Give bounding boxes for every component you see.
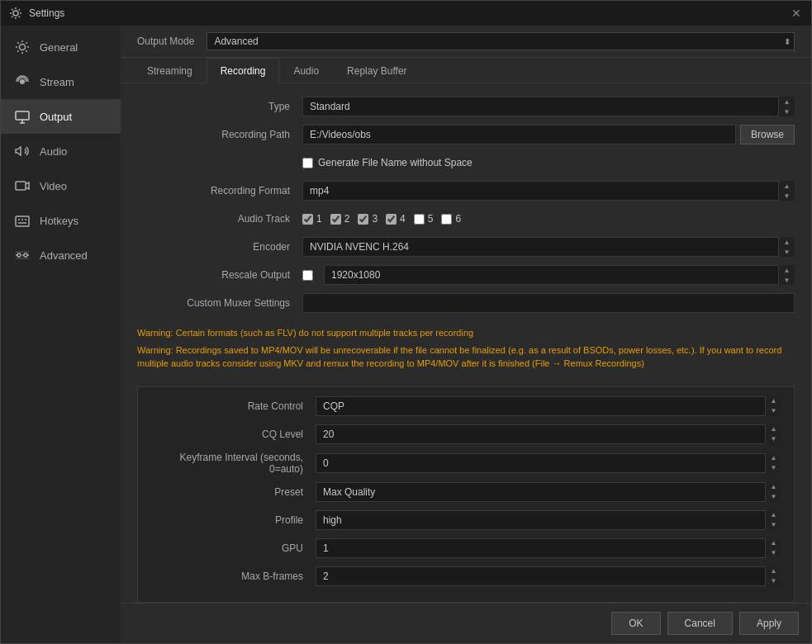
- rescale-label: Rescale Output: [137, 269, 302, 281]
- type-select[interactable]: Standard Custom Output (FFmpeg): [302, 97, 795, 116]
- bframes-input[interactable]: [316, 566, 781, 586]
- svg-rect-3: [16, 111, 29, 120]
- rescale-checkbox[interactable]: [302, 270, 313, 281]
- track-6-checkbox[interactable]: [441, 214, 452, 225]
- tab-audio[interactable]: Audio: [279, 58, 333, 83]
- gpu-row: GPU ▲ ▼: [150, 537, 781, 559]
- gpu-input[interactable]: [316, 538, 781, 558]
- sidebar-item-general[interactable]: General: [1, 30, 121, 64]
- warning-text-1: Warning: Certain formats (such as FLV) d…: [137, 326, 795, 340]
- track-4-checkbox[interactable]: [386, 214, 397, 225]
- encoder-spinner-down[interactable]: ▼: [779, 247, 795, 257]
- cq-level-up[interactable]: ▲: [766, 424, 781, 434]
- generate-filename-checkbox[interactable]: [302, 158, 313, 168]
- cq-level-input[interactable]: [316, 424, 781, 444]
- tab-streaming[interactable]: Streaming: [133, 58, 207, 83]
- encoder-select[interactable]: NVIDIA NVENC H.264 x264 NVIDIA NVENC HEV…: [302, 237, 795, 257]
- cq-level-spinner: ▲ ▼: [765, 424, 781, 444]
- svg-point-1: [20, 45, 26, 50]
- sidebar-label-output: Output: [40, 111, 72, 123]
- encoder-label: Encoder: [137, 241, 302, 253]
- sidebar-item-output[interactable]: Output: [1, 99, 121, 134]
- gpu-up[interactable]: ▲: [766, 538, 781, 548]
- track-1: 1: [302, 213, 322, 225]
- profile-select[interactable]: high main baseline auto: [316, 510, 781, 530]
- rescale-row: Rescale Output 1920x1080 1280x720 1920x1…: [137, 264, 795, 286]
- custom-muxer-label: Custom Muxer Settings: [137, 297, 302, 309]
- output-mode-select-wrapper: Advanced Simple ⬍: [207, 32, 795, 50]
- profile-up[interactable]: ▲: [766, 510, 781, 520]
- track-1-checkbox[interactable]: [302, 214, 313, 225]
- recording-path-label: Recording Path: [137, 129, 302, 140]
- track-6: 6: [441, 213, 461, 225]
- tab-replay-buffer[interactable]: Replay Buffer: [333, 58, 421, 83]
- output-mode-select[interactable]: Advanced Simple: [207, 32, 795, 50]
- settings-icon: [9, 7, 22, 20]
- rescale-select[interactable]: 1920x1080 1280x720 1920x1080: [324, 265, 795, 285]
- rescale-inner-row: 1920x1080 1280x720 1920x1080 ▲ ▼: [302, 265, 795, 285]
- tab-recording[interactable]: Recording: [207, 58, 280, 83]
- track-3-checkbox[interactable]: [358, 214, 368, 225]
- sidebar-item-audio[interactable]: Audio: [1, 134, 121, 168]
- browse-button[interactable]: Browse: [740, 125, 795, 144]
- apply-button[interactable]: Apply: [739, 612, 799, 635]
- gpu-spinner: ▲ ▼: [765, 538, 781, 558]
- profile-control: high main baseline auto ▲ ▼: [316, 510, 781, 530]
- settings-window: Settings ✕ General: [0, 0, 812, 644]
- cq-level-wrapper: ▲ ▼: [316, 424, 781, 444]
- generate-filename-checkbox-row: Generate File Name without Space: [302, 157, 795, 168]
- custom-muxer-row: Custom Muxer Settings: [137, 292, 795, 314]
- profile-down[interactable]: ▼: [766, 520, 781, 530]
- generate-filename-label: Generate File Name without Space: [318, 157, 472, 168]
- audio-icon: [13, 142, 31, 160]
- type-spinner-up[interactable]: ▲: [779, 97, 795, 107]
- footer: OK Cancel Apply: [121, 603, 811, 643]
- recording-path-input[interactable]: [302, 125, 736, 144]
- sidebar-item-stream[interactable]: Stream: [1, 64, 121, 99]
- keyframe-input[interactable]: [316, 453, 781, 473]
- type-spinner-down[interactable]: ▼: [779, 107, 795, 116]
- bframes-up[interactable]: ▲: [766, 566, 781, 576]
- preset-select[interactable]: Max Quality High Quality Quality Perform…: [316, 482, 781, 502]
- format-spinner-down[interactable]: ▼: [779, 191, 795, 201]
- preset-down[interactable]: ▼: [766, 492, 781, 502]
- rescale-spinner-up[interactable]: ▲: [779, 265, 795, 275]
- custom-muxer-input[interactable]: [302, 293, 795, 313]
- cq-level-down[interactable]: ▼: [766, 434, 781, 444]
- rate-control-select[interactable]: CQP CBR VBR ABR Lossless: [316, 396, 781, 416]
- recording-format-select[interactable]: mp4 mkv flv mov ts: [302, 181, 795, 201]
- recording-format-label: Recording Format: [137, 185, 302, 197]
- ok-button[interactable]: OK: [611, 612, 660, 635]
- keyframe-down[interactable]: ▼: [766, 463, 781, 473]
- encoder-wrapper: NVIDIA NVENC H.264 x264 NVIDIA NVENC HEV…: [302, 237, 795, 257]
- track-1-label: 1: [316, 213, 322, 225]
- rate-control-spinner: ▲ ▼: [765, 396, 781, 416]
- rate-control-wrapper: CQP CBR VBR ABR Lossless ▲ ▼: [316, 396, 781, 416]
- sidebar-item-video[interactable]: Video: [1, 168, 121, 203]
- rescale-spinner-down[interactable]: ▼: [779, 275, 795, 285]
- encoder-row: Encoder NVIDIA NVENC H.264 x264 NVIDIA N…: [137, 236, 795, 258]
- rate-control-control: CQP CBR VBR ABR Lossless ▲ ▼: [316, 396, 781, 416]
- recording-path-control: Browse: [302, 125, 795, 144]
- profile-row: Profile high main baseline auto: [150, 509, 781, 531]
- keyframe-up[interactable]: ▲: [766, 453, 781, 463]
- cancel-button[interactable]: Cancel: [667, 612, 733, 635]
- format-spinner: ▲ ▼: [778, 181, 795, 201]
- rate-control-up[interactable]: ▲: [766, 396, 781, 406]
- sidebar-item-advanced[interactable]: Advanced: [1, 238, 121, 272]
- rate-control-down[interactable]: ▼: [766, 406, 781, 416]
- track-2-checkbox[interactable]: [330, 214, 341, 225]
- format-spinner-up[interactable]: ▲: [779, 181, 795, 191]
- sidebar-item-hotkeys[interactable]: Hotkeys: [1, 203, 121, 238]
- close-button[interactable]: ✕: [790, 7, 803, 20]
- keyframe-label: Keyframe Interval (seconds, 0=auto): [150, 452, 316, 475]
- rate-control-label: Rate Control: [150, 400, 316, 412]
- track-5-checkbox[interactable]: [414, 214, 425, 225]
- gpu-down[interactable]: ▼: [766, 548, 781, 558]
- main-content: General Stream: [1, 26, 811, 643]
- encoder-spinner-up[interactable]: ▲: [779, 237, 795, 247]
- preset-up[interactable]: ▲: [766, 482, 781, 492]
- path-row: Browse: [302, 125, 795, 144]
- audio-track-control: 1 2 3 4: [302, 213, 795, 225]
- bframes-down[interactable]: ▼: [766, 576, 781, 586]
